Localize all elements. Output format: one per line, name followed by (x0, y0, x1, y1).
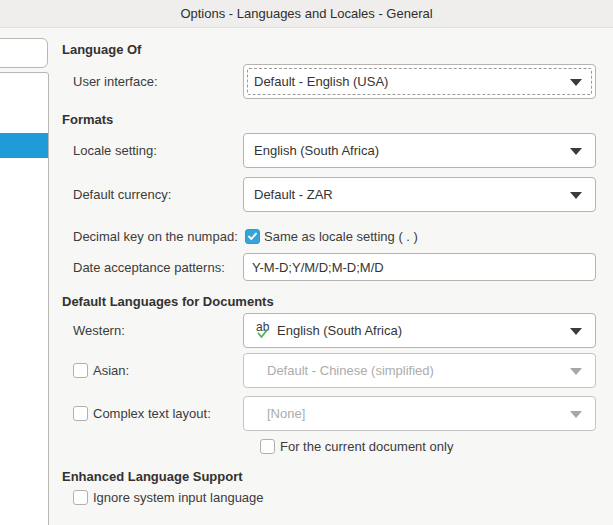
date-patterns-label: Date acceptance patterns: (73, 260, 225, 275)
asian-label[interactable]: Asian: (93, 363, 129, 378)
current-document-only-label[interactable]: For the current document only (280, 439, 453, 454)
locale-setting-label: Locale setting: (73, 143, 157, 158)
section-title-default-languages: Default Languages for Documents (62, 294, 274, 309)
dropdown-arrow-icon (570, 411, 582, 418)
section-title-language-of: Language Of (62, 42, 141, 57)
decimal-key-label: Decimal key on the numpad: (73, 229, 238, 244)
complex-text-layout-value: [None] (267, 406, 305, 421)
asian-checkbox[interactable] (73, 363, 88, 378)
current-document-only-checkbox[interactable] (260, 439, 275, 454)
default-currency-label: Default currency: (73, 187, 171, 202)
western-language-dropdown[interactable]: ab English (South Africa) (243, 313, 596, 348)
complex-text-layout-checkbox[interactable] (73, 406, 88, 421)
complex-text-layout-dropdown: [None] (243, 396, 596, 431)
spellcheck-ab-icon: ab (254, 321, 274, 341)
category-search-input[interactable] (0, 38, 48, 68)
same-as-locale-checkbox[interactable] (245, 229, 260, 244)
dropdown-arrow-icon (570, 368, 582, 375)
complex-text-layout-label[interactable]: Complex text layout: (93, 406, 211, 421)
western-label: Western: (73, 323, 125, 338)
western-language-value: English (South Africa) (277, 323, 402, 338)
checkmark-icon (247, 231, 258, 242)
asian-language-value: Default - Chinese (simplified) (267, 363, 434, 378)
asian-language-dropdown: Default - Chinese (simplified) (243, 353, 596, 388)
user-interface-label: User interface: (73, 74, 158, 89)
section-title-formats: Formats (62, 112, 113, 127)
dropdown-arrow-icon (570, 328, 582, 335)
dialog-titlebar: Options - Languages and Locales - Genera… (0, 0, 613, 28)
default-currency-value: Default - ZAR (254, 187, 333, 202)
dropdown-arrow-icon (570, 192, 582, 199)
dialog-title: Options - Languages and Locales - Genera… (180, 6, 432, 21)
locale-setting-value: English (South Africa) (254, 143, 379, 158)
user-interface-dropdown[interactable]: Default - English (USA) (243, 64, 596, 99)
dropdown-arrow-icon (570, 79, 582, 86)
default-currency-dropdown[interactable]: Default - ZAR (243, 177, 596, 212)
category-tree-selected-item[interactable] (0, 133, 48, 158)
date-patterns-input[interactable] (243, 253, 596, 281)
spellcheck-check-icon (257, 329, 268, 339)
ignore-system-input-checkbox[interactable] (73, 490, 88, 505)
options-dialog: Options - Languages and Locales - Genera… (0, 0, 613, 525)
section-title-enhanced: Enhanced Language Support (62, 469, 243, 484)
user-interface-value: Default - English (USA) (254, 74, 388, 89)
same-as-locale-label[interactable]: Same as locale setting ( . ) (264, 229, 418, 244)
locale-setting-dropdown[interactable]: English (South Africa) (243, 133, 596, 168)
dropdown-arrow-icon (570, 148, 582, 155)
ignore-system-input-label[interactable]: Ignore system input language (93, 490, 264, 505)
